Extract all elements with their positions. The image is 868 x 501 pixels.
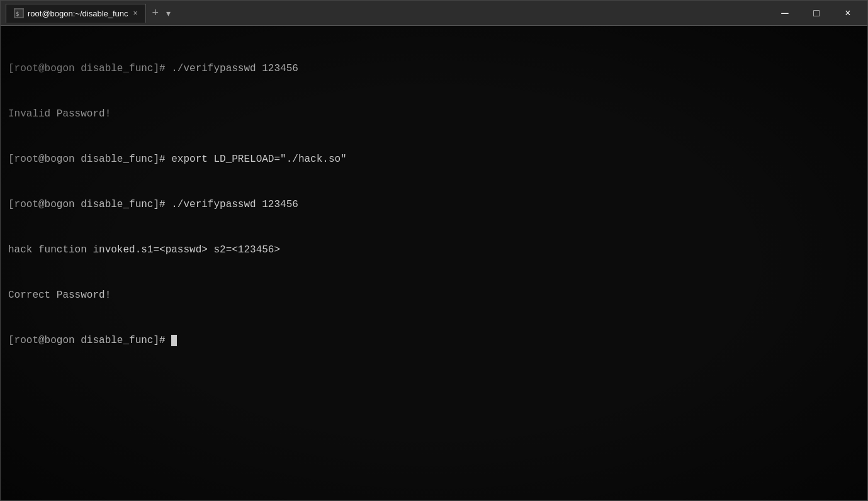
title-bar: $ root@bogon:~/disable_func × + ▾ ─ □ ×	[1, 1, 867, 26]
tab-dropdown-button[interactable]: ▾	[164, 8, 173, 18]
terminal-line-5: hack function invoked.s1=<passwd> s2=<12…	[8, 242, 860, 257]
add-tab-button[interactable]: +	[147, 6, 164, 20]
tab-label: root@bogon:~/disable_func	[28, 9, 128, 18]
terminal-line-2: Invalid Password!	[8, 106, 860, 121]
terminal-line-3: [root@bogon disable_func]# export LD_PRE…	[8, 152, 860, 167]
terminal-body[interactable]: [root@bogon disable_func]# ./verifypassw…	[1, 26, 867, 500]
terminal-cursor	[171, 335, 177, 346]
terminal-line-7: [root@bogon disable_func]#	[8, 333, 860, 348]
terminal-line-6: Correct Password!	[8, 288, 860, 303]
terminal-tab[interactable]: $ root@bogon:~/disable_func ×	[6, 4, 146, 23]
terminal-tab-icon: $	[14, 8, 24, 18]
terminal-line-1: [root@bogon disable_func]# ./verifypassw…	[8, 61, 860, 76]
terminal-output: [root@bogon disable_func]# ./verifypassw…	[8, 31, 860, 378]
window-controls: ─ □ ×	[770, 4, 862, 23]
minimize-button[interactable]: ─	[770, 4, 799, 23]
terminal-window: $ root@bogon:~/disable_func × + ▾ ─ □ × …	[0, 0, 868, 501]
maximize-button[interactable]: □	[802, 4, 831, 23]
tab-close-button[interactable]: ×	[133, 9, 138, 18]
terminal-line-4: [root@bogon disable_func]# ./verifypassw…	[8, 197, 860, 212]
close-button[interactable]: ×	[833, 4, 862, 23]
svg-text:$: $	[16, 11, 19, 17]
